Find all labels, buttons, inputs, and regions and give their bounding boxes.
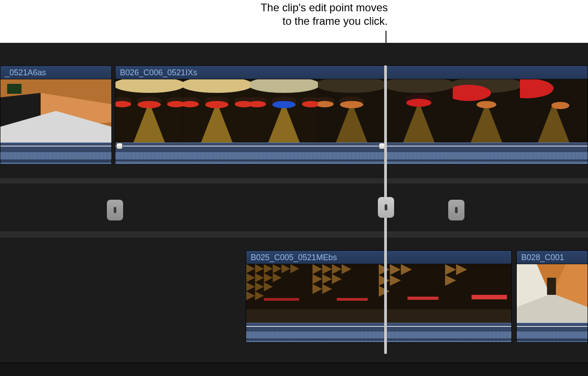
clip-audio-waveform[interactable] (517, 323, 588, 343)
svg-point-23 (205, 101, 228, 108)
clip-title: B028_C001 (517, 251, 588, 264)
thumbnail-frame (115, 79, 183, 142)
annotation-line2: to the frame you click. (283, 15, 388, 27)
clip-title: B026_C006_0521IXs (115, 66, 588, 79)
clip-audio-waveform[interactable] (0, 142, 111, 165)
thumbnail-frame (385, 79, 453, 142)
thumbnail-frame (250, 79, 318, 142)
clip-thumbnails (246, 264, 511, 323)
video-track-bottom[interactable]: B025_C005_0521MEbs (0, 250, 588, 363)
svg-rect-107 (445, 309, 511, 323)
svg-point-9 (115, 79, 183, 93)
clip-thumbnails (517, 264, 588, 323)
thumbnail-frame (0, 79, 111, 142)
thumbnail-frame (318, 79, 386, 142)
annotation-line1: The clip's edit point moves (261, 1, 388, 14)
svg-rect-109 (246, 331, 511, 343)
svg-point-61 (551, 102, 570, 109)
thumbnail-frame (246, 264, 312, 323)
timeline-clip[interactable]: _0521A6as (0, 65, 112, 165)
clip-audio-waveform[interactable] (115, 142, 588, 165)
timeline-footer (0, 362, 588, 376)
waveform-icon (0, 145, 111, 165)
clip-thumbnails (0, 79, 111, 142)
timeline-clip[interactable]: B026_C006_0521IXs (115, 65, 588, 165)
clip-audio-waveform[interactable] (246, 323, 511, 343)
svg-rect-62 (115, 152, 588, 165)
svg-point-29 (250, 79, 318, 93)
svg-rect-108 (472, 295, 507, 299)
timeline-panel[interactable]: _0521A6as (0, 43, 588, 376)
thumbnail-frame (445, 264, 511, 323)
thumbnail-frame (520, 79, 588, 142)
thumbnail-frame (312, 264, 379, 323)
svg-rect-116 (517, 331, 588, 343)
timeline-clip[interactable]: B028_C001 (516, 250, 588, 343)
clip-thumbnails (115, 79, 588, 142)
svg-point-39 (318, 79, 386, 93)
connection-handle[interactable] (107, 200, 123, 220)
svg-point-47 (385, 79, 453, 93)
svg-rect-102 (408, 297, 439, 300)
thumbnail-frame (183, 79, 251, 142)
annotation-callout: The clip's edit point moves to the frame… (0, 1, 388, 28)
callout-leader-line (386, 31, 386, 43)
waveform-icon (246, 325, 511, 343)
svg-point-19 (183, 79, 251, 93)
svg-rect-92 (312, 309, 379, 323)
svg-rect-81 (264, 298, 299, 301)
clip-title: _0521A6as (0, 66, 111, 79)
svg-point-43 (340, 101, 363, 108)
connector-row (0, 183, 588, 232)
svg-rect-101 (379, 309, 445, 323)
waveform-icon (517, 325, 588, 343)
waveform-icon (115, 145, 588, 165)
svg-point-51 (406, 99, 432, 107)
clip-title: B025_C005_0521MEbs (246, 251, 511, 264)
svg-rect-6 (0, 152, 111, 165)
svg-rect-93 (337, 298, 368, 301)
timeline-clip[interactable]: B025_C005_0521MEbs (246, 250, 512, 343)
svg-point-33 (272, 101, 296, 108)
thumbnail-frame (379, 264, 445, 323)
thumbnail-frame (453, 79, 520, 142)
connection-handle[interactable] (448, 200, 464, 220)
track-divider (0, 231, 588, 238)
svg-rect-80 (246, 309, 312, 323)
svg-point-13 (138, 101, 161, 108)
svg-point-57 (477, 101, 496, 108)
thumbnail-frame (517, 264, 588, 323)
svg-rect-115 (547, 278, 556, 295)
playhead-handle[interactable] (378, 197, 394, 218)
svg-rect-5 (7, 84, 22, 94)
